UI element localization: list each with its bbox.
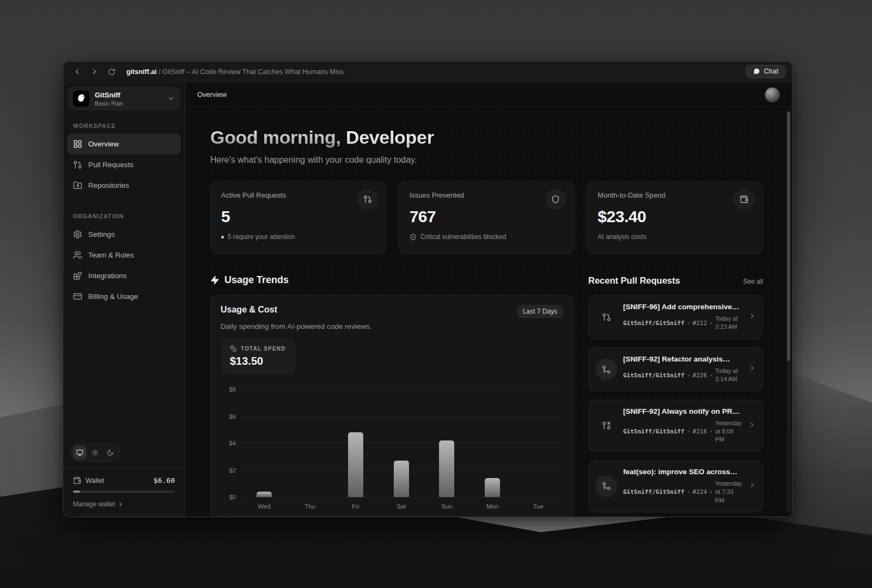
- bar-column-thu: [287, 389, 333, 497]
- pr-repo: GitSniff/GitSniff: [623, 320, 685, 327]
- theme-system-button[interactable]: [73, 446, 87, 460]
- range-badge[interactable]: Last 7 Days: [517, 305, 563, 318]
- dot-icon: [221, 236, 224, 238]
- pr-icon-wrap: [595, 313, 617, 322]
- pr-title: feat(seo): improve SEO across…: [623, 468, 742, 476]
- bar-mon: [485, 478, 500, 497]
- pr-number: #226: [693, 372, 708, 379]
- wallet-balance: $6.60: [154, 476, 175, 485]
- scrollbar-thumb[interactable]: [787, 112, 790, 361]
- pr-body: [SNIFF-92] Refactor analysis…GitSniff/Gi…: [623, 355, 742, 384]
- gridline: [241, 497, 561, 498]
- recent-prs-section: Recent Pull Requests See all [SNIFF-96] …: [588, 274, 763, 517]
- chat-button[interactable]: Chat: [746, 65, 785, 78]
- manage-wallet-label: Manage wallet: [73, 500, 115, 508]
- sidebar-item-label: Team & Roles: [88, 251, 134, 259]
- stat-note: Critical vulnerabilities blocked: [410, 233, 564, 241]
- recent-prs-header: Recent Pull Requests See all: [588, 275, 763, 286]
- sidebar-item-settings[interactable]: Settings: [68, 224, 180, 244]
- chevron-right-icon: [90, 68, 99, 76]
- stat-note-text: Critical vulnerabilities blocked: [420, 233, 506, 241]
- main-content: Good morning, Developer Here's what's ha…: [185, 107, 792, 517]
- greeting-subtitle: Here's what's happening with your code q…: [210, 155, 763, 165]
- stat-note: AI analysis costs: [597, 233, 752, 241]
- pr-title: [SNIFF-96] Add comprehensive…: [623, 303, 742, 311]
- chart-plot-area: [241, 389, 561, 497]
- see-all-link[interactable]: See all: [743, 278, 763, 285]
- sidebar-item-pull-requests[interactable]: Pull Requests: [68, 155, 180, 175]
- chevron-down-icon: [167, 95, 175, 102]
- usage-trends-title: Usage Trends: [224, 274, 289, 286]
- pr-number: #212: [693, 320, 708, 327]
- theme-dark-button[interactable]: [103, 446, 117, 460]
- sidebar-nav: WORKSPACEOverviewPull RequestsRepositori…: [68, 111, 180, 307]
- stat-card-issues-prevented: Issues Prevented767Critical vulnerabilit…: [399, 181, 575, 254]
- pr-item[interactable]: [SNIFF-92] Refactor analysis…GitSniff/Gi…: [588, 347, 763, 391]
- workspace-name: GitSniff: [95, 91, 162, 99]
- bar-sat: [394, 461, 409, 497]
- pr-item[interactable]: feat(seo): improve SEO across…GitSniff/G…: [588, 460, 763, 512]
- reload-button[interactable]: [105, 65, 119, 79]
- coins-icon: [230, 345, 237, 352]
- sidebar-item-overview[interactable]: Overview: [68, 134, 180, 154]
- usage-card-title: Usage & Cost: [221, 305, 277, 315]
- stat-icon-bubble: [546, 189, 565, 209]
- sidebar-item-repositories[interactable]: Repositories: [68, 175, 180, 195]
- wallet-section: Wallet $6.60 Manage wallet: [63, 468, 185, 517]
- x-tick-label: Thu: [287, 503, 333, 510]
- reload-icon: [108, 68, 115, 76]
- workspace-switcher[interactable]: GitSniff Basic Plan: [68, 87, 180, 111]
- page-title: Overview: [197, 90, 227, 99]
- bar-sun: [439, 440, 454, 497]
- sidebar-item-team-roles[interactable]: Team & Roles: [68, 245, 180, 265]
- sidebar-item-billing-usage[interactable]: Billing & Usage: [68, 286, 180, 307]
- pr-timestamp: Yesterday at 8:09 PM: [715, 419, 742, 444]
- y-tick-label: $2: [229, 467, 236, 474]
- back-button[interactable]: [70, 65, 84, 79]
- forward-button[interactable]: [87, 65, 101, 79]
- pr-body: [SNIFF-96] Add comprehensive…GitSniff/Gi…: [623, 303, 742, 332]
- greeting-name: Developer: [346, 127, 434, 148]
- separator-dot: [710, 491, 712, 493]
- x-tick-label: Wed: [241, 503, 287, 510]
- sidebar-item-integrations[interactable]: Integrations: [68, 266, 180, 286]
- pr-repo: GitSniff/GitSniff: [623, 428, 685, 435]
- address-bar[interactable]: gitsniff.ai / GitSniff – AI Code Review …: [126, 68, 344, 76]
- bar-column-wed: [241, 389, 287, 497]
- bar-column-sun: [424, 389, 469, 497]
- stat-label: Active Pull Requests: [221, 191, 376, 199]
- sidebar-item-label: Settings: [88, 230, 115, 238]
- chevron-left-icon: [73, 68, 81, 76]
- manage-wallet-link[interactable]: Manage wallet: [73, 500, 175, 508]
- pr-body: [SNIFF-92] Always notify on PR…GitSniff/…: [623, 407, 742, 444]
- usage-trends-section: Usage Trends Usage & Cost Last 7 Days Da…: [210, 274, 574, 517]
- sidebar: GitSniff Basic Plan WORKSPACEOverviewPul…: [63, 82, 185, 517]
- stat-note: 5 require your attention: [221, 233, 376, 241]
- pr-icon-wrap: [595, 421, 617, 430]
- separator-dot: [710, 322, 712, 324]
- bar-column-mon: [469, 389, 515, 497]
- git-pull-request-icon: [363, 195, 372, 204]
- user-avatar[interactable]: [765, 87, 780, 102]
- pr-item[interactable]: [SNIFF-96] Add comprehensive…GitSniff/Gi…: [588, 295, 763, 339]
- pr-number: #216: [693, 428, 708, 435]
- chart-y-axis-labels: $0$2$4$6$8: [221, 389, 237, 497]
- theme-toggle: [71, 444, 119, 462]
- browser-titlebar: gitsniff.ai / GitSniff – AI Code Review …: [63, 62, 792, 82]
- separator-dot: [688, 431, 690, 432]
- chat-button-label: Chat: [764, 68, 778, 75]
- pr-item[interactable]: [SNIFF-92] Always notify on PR…GitSniff/…: [588, 400, 763, 452]
- usage-cost-card: Usage & Cost Last 7 Days Daily spending …: [210, 295, 574, 517]
- bar-columns: [241, 389, 561, 497]
- pr-repo: GitSniff/GitSniff: [623, 488, 685, 495]
- chevron-right-icon: [748, 481, 756, 491]
- chevron-right-icon: [748, 312, 756, 322]
- usage-trends-heading: Usage Trends: [210, 274, 574, 286]
- stat-label: Month-to-Date Spend: [597, 191, 752, 199]
- pr-title: [SNIFF-92] Always notify on PR…: [623, 407, 742, 415]
- usage-card-header: Usage & Cost Last 7 Days: [221, 305, 563, 318]
- wallet-label: Wallet: [86, 477, 104, 485]
- total-spend-label-row: TOTAL SPEND: [230, 345, 286, 352]
- theme-light-button[interactable]: [88, 446, 102, 460]
- pr-meta: GitSniff/GitSniff#224Yesterday at 7:33 P…: [623, 480, 742, 505]
